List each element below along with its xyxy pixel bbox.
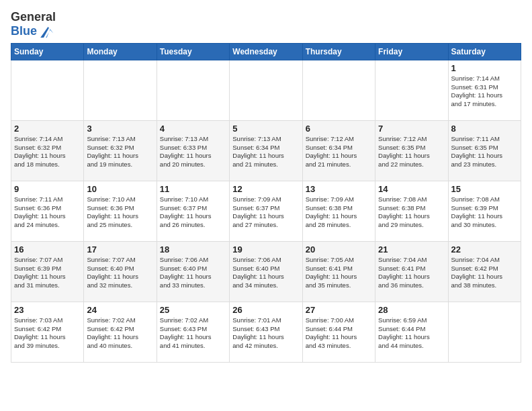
day-number: 2: [14, 124, 81, 134]
day-number: 18: [160, 244, 226, 255]
calendar-cell: 17Sunrise: 7:07 AM Sunset: 6:40 PM Dayli…: [84, 241, 157, 302]
calendar-cell: 23Sunrise: 7:03 AM Sunset: 6:42 PM Dayli…: [11, 302, 84, 362]
day-info: Sunrise: 7:13 AM Sunset: 6:32 PM Dayligh…: [87, 135, 153, 169]
day-info: Sunrise: 7:04 AM Sunset: 6:42 PM Dayligh…: [451, 256, 518, 290]
calendar-cell: 22Sunrise: 7:04 AM Sunset: 6:42 PM Dayli…: [448, 241, 521, 302]
day-number: 1: [451, 63, 518, 73]
day-info: Sunrise: 7:13 AM Sunset: 6:33 PM Dayligh…: [160, 135, 226, 169]
calendar-cell: 18Sunrise: 7:06 AM Sunset: 6:40 PM Dayli…: [157, 241, 229, 302]
day-info: Sunrise: 7:05 AM Sunset: 6:41 PM Dayligh…: [306, 256, 372, 290]
weekday-header-friday: Friday: [375, 43, 448, 60]
day-info: Sunrise: 7:14 AM Sunset: 6:31 PM Dayligh…: [451, 75, 518, 109]
day-info: Sunrise: 6:59 AM Sunset: 6:44 PM Dayligh…: [378, 316, 445, 351]
calendar-cell: [448, 302, 521, 362]
logo-icon: [38, 26, 54, 39]
day-number: 26: [232, 305, 299, 315]
day-info: Sunrise: 7:11 AM Sunset: 6:36 PM Dayligh…: [14, 195, 81, 230]
day-info: Sunrise: 7:09 AM Sunset: 6:37 PM Dayligh…: [232, 195, 299, 230]
weekday-header-monday: Monday: [84, 43, 157, 60]
weekday-header-row: SundayMondayTuesdayWednesdayThursdayFrid…: [11, 43, 521, 60]
weekday-header-tuesday: Tuesday: [157, 43, 229, 60]
calendar-cell: 20Sunrise: 7:05 AM Sunset: 6:41 PM Dayli…: [302, 241, 375, 302]
calendar-cell: 2Sunrise: 7:14 AM Sunset: 6:32 PM Daylig…: [11, 120, 84, 181]
day-number: 4: [160, 124, 226, 134]
calendar-cell: 8Sunrise: 7:11 AM Sunset: 6:35 PM Daylig…: [448, 120, 521, 181]
calendar-week-row: 9Sunrise: 7:11 AM Sunset: 6:36 PM Daylig…: [11, 181, 521, 241]
calendar-week-row: 1Sunrise: 7:14 AM Sunset: 6:31 PM Daylig…: [11, 60, 521, 120]
day-number: 8: [451, 124, 518, 134]
day-info: Sunrise: 7:14 AM Sunset: 6:32 PM Dayligh…: [14, 135, 81, 169]
day-number: 3: [87, 124, 153, 134]
day-number: 13: [306, 184, 372, 194]
calendar-cell: [11, 60, 84, 120]
day-info: Sunrise: 7:09 AM Sunset: 6:38 PM Dayligh…: [306, 195, 372, 230]
calendar-cell: 10Sunrise: 7:10 AM Sunset: 6:36 PM Dayli…: [84, 181, 157, 241]
day-info: Sunrise: 7:10 AM Sunset: 6:36 PM Dayligh…: [87, 195, 153, 230]
day-info: Sunrise: 7:01 AM Sunset: 6:43 PM Dayligh…: [232, 316, 299, 351]
calendar-week-row: 2Sunrise: 7:14 AM Sunset: 6:32 PM Daylig…: [11, 120, 521, 181]
day-number: 11: [160, 184, 226, 194]
calendar-cell: 27Sunrise: 7:00 AM Sunset: 6:44 PM Dayli…: [302, 302, 375, 362]
day-info: Sunrise: 7:12 AM Sunset: 6:35 PM Dayligh…: [378, 135, 445, 169]
day-info: Sunrise: 7:03 AM Sunset: 6:42 PM Dayligh…: [14, 316, 81, 351]
day-info: Sunrise: 7:12 AM Sunset: 6:34 PM Dayligh…: [306, 135, 372, 169]
calendar-cell: [157, 60, 229, 120]
calendar-cell: 24Sunrise: 7:02 AM Sunset: 6:42 PM Dayli…: [84, 302, 157, 362]
day-info: Sunrise: 7:02 AM Sunset: 6:43 PM Dayligh…: [160, 316, 226, 351]
day-number: 23: [14, 305, 81, 315]
page-header: General Blue: [11, 11, 521, 42]
calendar-cell: 25Sunrise: 7:02 AM Sunset: 6:43 PM Dayli…: [157, 302, 229, 362]
calendar-cell: 1Sunrise: 7:14 AM Sunset: 6:31 PM Daylig…: [448, 60, 521, 120]
calendar-cell: 14Sunrise: 7:08 AM Sunset: 6:38 PM Dayli…: [375, 181, 448, 241]
logo-general: General: [11, 11, 56, 24]
weekday-header-wednesday: Wednesday: [230, 43, 302, 60]
weekday-header-saturday: Saturday: [448, 43, 521, 60]
calendar-cell: [375, 60, 448, 120]
calendar-cell: 28Sunrise: 6:59 AM Sunset: 6:44 PM Dayli…: [375, 302, 448, 362]
day-info: Sunrise: 7:06 AM Sunset: 6:40 PM Dayligh…: [232, 256, 299, 290]
day-number: 6: [306, 124, 372, 134]
day-info: Sunrise: 7:08 AM Sunset: 6:38 PM Dayligh…: [378, 195, 445, 230]
calendar-cell: [84, 60, 157, 120]
day-info: Sunrise: 7:02 AM Sunset: 6:42 PM Dayligh…: [87, 316, 153, 351]
calendar-week-row: 16Sunrise: 7:07 AM Sunset: 6:39 PM Dayli…: [11, 241, 521, 302]
calendar-cell: 19Sunrise: 7:06 AM Sunset: 6:40 PM Dayli…: [230, 241, 302, 302]
logo: General Blue: [11, 11, 56, 39]
calendar-cell: 4Sunrise: 7:13 AM Sunset: 6:33 PM Daylig…: [157, 120, 229, 181]
calendar-cell: 26Sunrise: 7:01 AM Sunset: 6:43 PM Dayli…: [230, 302, 302, 362]
day-info: Sunrise: 7:00 AM Sunset: 6:44 PM Dayligh…: [306, 316, 372, 351]
day-number: 14: [378, 184, 445, 194]
day-number: 22: [451, 244, 518, 255]
calendar-cell: 5Sunrise: 7:13 AM Sunset: 6:34 PM Daylig…: [230, 120, 302, 181]
weekday-header-thursday: Thursday: [302, 43, 375, 60]
calendar-cell: 16Sunrise: 7:07 AM Sunset: 6:39 PM Dayli…: [11, 241, 84, 302]
calendar-cell: 11Sunrise: 7:10 AM Sunset: 6:37 PM Dayli…: [157, 181, 229, 241]
day-number: 7: [378, 124, 445, 134]
day-number: 16: [14, 244, 81, 255]
day-number: 12: [232, 184, 299, 194]
calendar-cell: 3Sunrise: 7:13 AM Sunset: 6:32 PM Daylig…: [84, 120, 157, 181]
day-number: 10: [87, 184, 153, 194]
day-number: 27: [306, 305, 372, 315]
calendar-cell: 15Sunrise: 7:08 AM Sunset: 6:39 PM Dayli…: [448, 181, 521, 241]
day-number: 5: [232, 124, 299, 134]
calendar-cell: 12Sunrise: 7:09 AM Sunset: 6:37 PM Dayli…: [230, 181, 302, 241]
calendar-table: SundayMondayTuesdayWednesdayThursdayFrid…: [11, 43, 521, 363]
day-info: Sunrise: 7:10 AM Sunset: 6:37 PM Dayligh…: [160, 195, 226, 230]
title-block: [56, 11, 521, 16]
day-number: 20: [306, 244, 372, 255]
day-number: 21: [378, 244, 445, 255]
calendar-week-row: 23Sunrise: 7:03 AM Sunset: 6:42 PM Dayli…: [11, 302, 521, 362]
calendar-cell: [302, 60, 375, 120]
calendar-cell: 9Sunrise: 7:11 AM Sunset: 6:36 PM Daylig…: [11, 181, 84, 241]
calendar-cell: 6Sunrise: 7:12 AM Sunset: 6:34 PM Daylig…: [302, 120, 375, 181]
day-number: 28: [378, 305, 445, 315]
day-number: 17: [87, 244, 153, 255]
weekday-header-sunday: Sunday: [11, 43, 84, 60]
day-info: Sunrise: 7:11 AM Sunset: 6:35 PM Dayligh…: [451, 135, 518, 169]
day-info: Sunrise: 7:07 AM Sunset: 6:40 PM Dayligh…: [87, 256, 153, 290]
day-info: Sunrise: 7:07 AM Sunset: 6:39 PM Dayligh…: [14, 256, 81, 290]
calendar-cell: 7Sunrise: 7:12 AM Sunset: 6:35 PM Daylig…: [375, 120, 448, 181]
day-number: 25: [160, 305, 226, 315]
logo-blue: Blue: [11, 25, 37, 38]
